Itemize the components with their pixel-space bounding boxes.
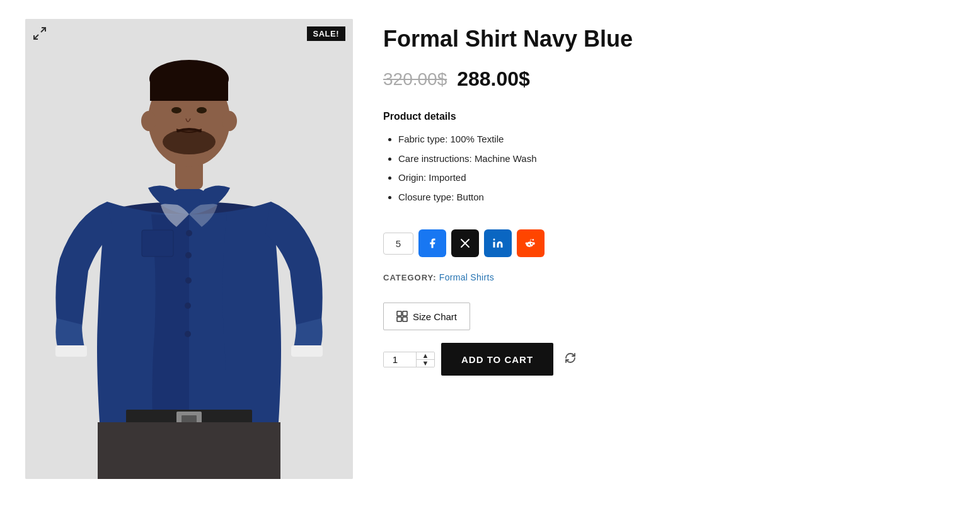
svg-point-25: [493, 239, 495, 241]
list-item: Closure type: Button: [398, 190, 781, 205]
price-row: 320.00$ 288.00$: [383, 67, 781, 91]
image-column: SALE!: [25, 19, 353, 479]
qty-increment-button[interactable]: ▲: [417, 352, 434, 360]
category-link[interactable]: Formal Shirts: [439, 272, 494, 282]
add-to-cart-button[interactable]: ADD TO CART: [441, 343, 553, 376]
list-item: Care instructions: Machine Wash: [398, 152, 781, 166]
grid-icon: [396, 311, 408, 322]
svg-rect-15: [98, 422, 280, 479]
svg-rect-28: [403, 311, 407, 316]
svg-rect-27: [397, 311, 401, 316]
qty-buttons: ▲ ▼: [417, 352, 434, 367]
list-item: Fabric type: 100% Textile: [398, 132, 781, 147]
refresh-icon[interactable]: [563, 351, 577, 368]
svg-rect-4: [55, 345, 87, 357]
svg-point-20: [163, 129, 216, 154]
svg-point-9: [185, 303, 191, 309]
qty-decrement-button[interactable]: ▼: [417, 360, 434, 367]
product-details-list: Fabric type: 100% Textile Care instructi…: [383, 132, 781, 204]
quantity-stepper[interactable]: ▲ ▼: [383, 352, 435, 367]
product-image-wrapper: SALE!: [25, 19, 353, 479]
product-details-section: Product details Fabric type: 100% Textil…: [383, 111, 781, 204]
twitter-share-button[interactable]: [451, 229, 479, 257]
svg-point-18: [171, 107, 182, 113]
size-chart-button[interactable]: Size Chart: [383, 303, 470, 330]
svg-rect-5: [291, 345, 323, 357]
svg-rect-14: [182, 415, 197, 423]
product-image: [25, 19, 353, 479]
share-count: 5: [383, 233, 413, 255]
sale-badge: SALE!: [307, 26, 346, 41]
cart-row: ▲ ▼ ADD TO CART: [383, 343, 781, 376]
svg-point-7: [185, 252, 192, 258]
category-label: CATEGORY:: [383, 273, 437, 282]
svg-point-6: [186, 230, 192, 236]
size-chart-label: Size Chart: [413, 311, 457, 322]
product-details-heading: Product details: [383, 111, 781, 122]
svg-line-1: [41, 28, 45, 32]
svg-point-19: [197, 107, 207, 113]
svg-rect-29: [397, 317, 401, 321]
quantity-input[interactable]: [384, 352, 417, 367]
svg-point-8: [185, 277, 192, 284]
facebook-share-button[interactable]: [418, 229, 446, 257]
svg-point-10: [185, 331, 191, 337]
price-original: 320.00$: [383, 69, 447, 89]
svg-rect-11: [142, 230, 173, 256]
svg-line-0: [34, 35, 38, 39]
linkedin-share-button[interactable]: [484, 229, 512, 257]
category-row: CATEGORY: Formal Shirts: [383, 272, 781, 282]
svg-point-24: [222, 111, 237, 131]
price-sale: 288.00$: [457, 67, 530, 91]
svg-point-23: [141, 111, 156, 131]
expand-icon[interactable]: [33, 26, 47, 43]
product-title: Formal Shirt Navy Blue: [383, 25, 781, 52]
svg-rect-30: [403, 317, 407, 321]
svg-rect-22: [150, 79, 228, 101]
details-column: Formal Shirt Navy Blue 320.00$ 288.00$ P…: [383, 19, 781, 479]
share-row: 5: [383, 229, 781, 257]
product-page: SALE!: [25, 13, 781, 479]
list-item: Origin: Imported: [398, 171, 781, 185]
reddit-share-button[interactable]: [517, 229, 545, 257]
